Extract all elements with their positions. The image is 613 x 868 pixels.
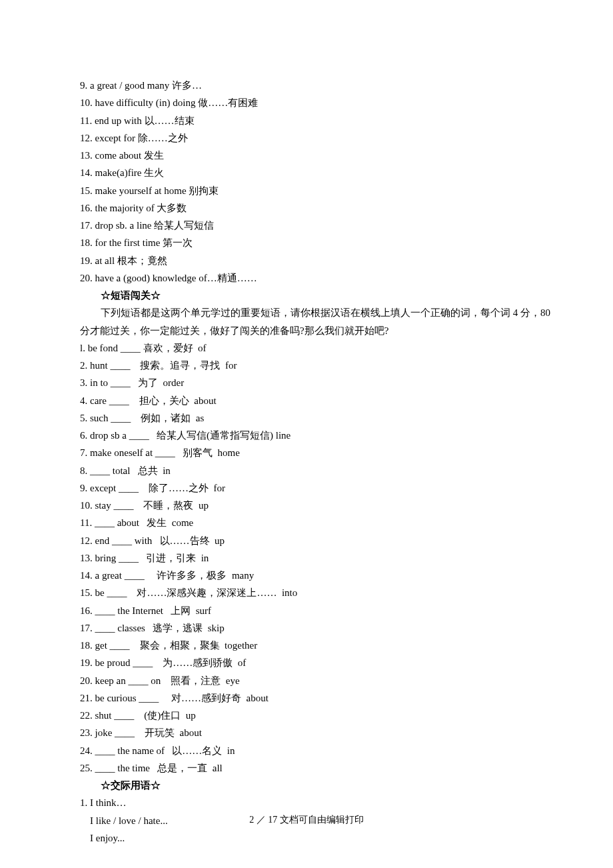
paragraph-line: 分才能过关，你一定能过关，做好了闯关的准备吗?那么我们就开始吧? — [80, 322, 533, 339]
list-item: 4. care ____ 担心，关心 about — [80, 392, 533, 409]
section-heading-communication: ☆交际用语☆ — [80, 777, 533, 794]
list-item: 21. be curious ____ 对……感到好奇 about — [80, 689, 533, 707]
list-item: 3. in to ____ 为了 order — [80, 374, 533, 391]
list-item: 10. stay ____ 不睡，熬夜 up — [80, 497, 533, 514]
list-item: 13. come about 发生 — [80, 147, 533, 164]
list-item: 12. end ____ with 以……告终 up — [80, 532, 533, 549]
list-item: 20. have a (good) knowledge of…精通…… — [80, 269, 533, 287]
list-item: 22. shut ____ (使)住口 up — [80, 707, 533, 724]
section-intro: 下列短语都是这两个单元学过的重要短语，请你根据汉语在横线上填人一个正确的词，每个… — [80, 304, 533, 339]
list-item: 25. ____ the time 总是，一直 all — [80, 759, 533, 777]
list-item: 24. ____ the name of 以……名义 in — [80, 742, 533, 759]
page-footer: 2 ／ 17 文档可自由编辑打印 — [0, 812, 613, 829]
phrase-fill-list: l. be fond ____ 喜欢，爱好 of 2. hunt ____ 搜索… — [80, 339, 533, 777]
list-item: 17. ____ classes 逃学，逃课 skip — [80, 619, 533, 637]
list-item: 11. end up with 以……结束 — [80, 112, 533, 129]
list-item: 9. except ____ 除了……之外 for — [80, 479, 533, 497]
list-item: 14. make(a)fire 生火 — [80, 164, 533, 181]
paragraph-line: 下列短语都是这两个单元学过的重要短语，请你根据汉语在横线上填人一个正确的词，每个… — [80, 304, 533, 321]
vocab-list-1: 9. a great / good many 许多… 10. have diff… — [80, 77, 533, 287]
list-item: 7. make oneself at ____ 别客气 home — [80, 444, 533, 461]
list-item: 9. a great / good many 许多… — [80, 77, 533, 94]
document-page: 9. a great / good many 许多… 10. have diff… — [0, 0, 613, 868]
list-item: 15. make yourself at home 别拘束 — [80, 182, 533, 199]
list-item: 15. be ____ 对……深感兴趣，深深迷上…… into — [80, 584, 533, 601]
list-item: 1. I think… — [80, 794, 533, 811]
section-heading-phrase-challenge: ☆短语闯关☆ — [80, 287, 533, 304]
list-item: 14. a great ____ 许许多多，极多 many — [80, 567, 533, 584]
list-item: 16. ____ the Internet 上网 surf — [80, 602, 533, 619]
list-item: 16. the majority of 大多数 — [80, 199, 533, 217]
list-item: 19. at all 根本；竟然 — [80, 252, 533, 269]
list-item: 23. joke ____ 开玩笑 about — [80, 724, 533, 741]
sub-list-item: I enjoy... — [80, 829, 533, 847]
list-item: 12. except for 除……之外 — [80, 129, 533, 147]
list-item: 2. hunt ____ 搜索。追寻，寻找 for — [80, 357, 533, 374]
list-item: 6. drop sb a ____ 给某人写信(通常指写短信) line — [80, 427, 533, 444]
list-item: 13. bring ____ 引进，引来 in — [80, 549, 533, 567]
list-item: 8. ____ total 总共 in — [80, 462, 533, 479]
list-item: l. be fond ____ 喜欢，爱好 of — [80, 339, 533, 357]
list-item: 5. such ____ 例如，诸如 as — [80, 409, 533, 427]
list-item: 19. be proud ____ 为……感到骄傲 of — [80, 654, 533, 671]
list-item: 11. ____ about 发生 come — [80, 514, 533, 531]
list-item: 10. have difficulty (in) doing 做……有困难 — [80, 94, 533, 111]
list-item: 18. for the first time 第一次 — [80, 234, 533, 251]
list-item: 20. keep an ____ on 照看，注意 eye — [80, 672, 533, 689]
list-item: 17. drop sb. a line 给某人写短信 — [80, 217, 533, 234]
list-item: 18. get ____ 聚会，相聚，聚集 together — [80, 637, 533, 654]
